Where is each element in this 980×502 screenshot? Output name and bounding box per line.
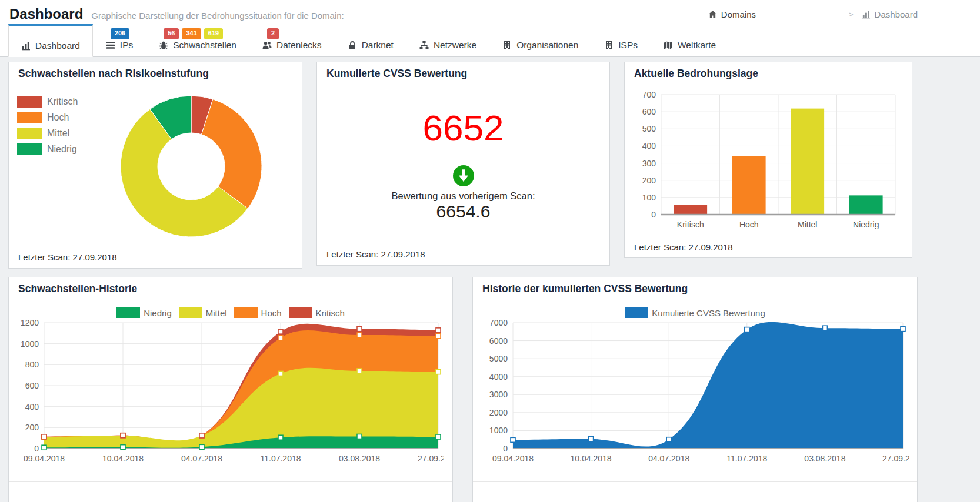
card-cvss-footer: Letzter Scan: 27.09.2018 <box>317 243 609 265</box>
legend-swatch <box>116 307 140 318</box>
svg-text:600: 600 <box>25 381 39 390</box>
svg-text:300: 300 <box>642 159 656 168</box>
building-icon <box>502 41 512 50</box>
badge-schwachstellen-341: 341 <box>182 28 201 39</box>
bar-chart-icon <box>862 10 871 19</box>
svg-text:0: 0 <box>651 210 656 219</box>
cvss-history-chart[interactable]: 0100020003000400050006000700009.04.20181… <box>481 318 909 472</box>
svg-text:09.04.2018: 09.04.2018 <box>24 454 65 463</box>
legend-item-hoch[interactable]: Hoch <box>17 112 105 123</box>
legend-label: Kritisch <box>47 96 78 107</box>
svg-text:600: 600 <box>642 107 656 116</box>
svg-text:200: 200 <box>25 423 39 432</box>
tab-weltkarte[interactable]: Weltkarte <box>651 24 729 56</box>
map-icon <box>664 41 673 50</box>
breadcrumb-domains[interactable]: Domains <box>708 9 756 19</box>
tab-ips[interactable]: 206IPs <box>93 24 146 56</box>
svg-text:500: 500 <box>642 124 656 133</box>
svg-text:5000: 5000 <box>489 354 508 363</box>
legend-item-niedrig[interactable]: Niedrig <box>17 143 105 155</box>
tab-datenlecks[interactable]: 2Datenlecks <box>249 24 335 56</box>
svg-text:400: 400 <box>25 402 39 411</box>
svg-text:Kritisch: Kritisch <box>677 220 704 229</box>
card-vuln-history-title: Schwachstellen-Historie <box>18 283 137 294</box>
breadcrumb-dashboard[interactable]: Dashboard <box>862 9 918 19</box>
cvss-history-legend: Kumulierte CVSS Bewertung <box>481 307 909 318</box>
vuln-history-chart[interactable]: 02004006008001000120009.04.201810.04.201… <box>17 318 444 472</box>
tab-weltkarte-label: Weltkarte <box>664 40 716 51</box>
legend-item-kumulierte-cvss-bewertung[interactable]: Kumulierte CVSS Bewertung <box>625 307 765 318</box>
card-cvss-history: Historie der kumulierten CVSS Bewertung … <box>472 277 918 502</box>
card-cvss-header: Kumulierte CVSS Bewertung <box>317 62 609 85</box>
legend-item-kritisch[interactable]: Kritisch <box>17 96 105 108</box>
card-threat-header: Aktuelle Bedrohungslage <box>625 62 912 85</box>
card-cvss-history-body: Kumulierte CVSS Bewertung 01000200030004… <box>473 300 917 481</box>
tab-datenlecks-text: Datenlecks <box>276 40 322 51</box>
card-cvss-history-footer <box>473 481 917 502</box>
badge-datenlecks-2: 2 <box>267 28 279 39</box>
list-icon <box>106 41 115 50</box>
svg-text:1000: 1000 <box>489 426 508 435</box>
tab-netzwerke-label: Netzwerke <box>419 40 476 51</box>
dashboard-content: Schwachstellen nach Risikoeinstufung Kri… <box>0 57 980 502</box>
svg-text:0: 0 <box>34 444 39 453</box>
bar-chart-icon <box>21 41 31 51</box>
svg-text:11.07.2018: 11.07.2018 <box>726 454 767 463</box>
risk-donut-chart[interactable] <box>105 91 274 246</box>
current-threat-chart[interactable]: 0100200300400500600700KritischHochMittel… <box>633 88 904 236</box>
card-cvss-body: 6652 Bewertung aus vorherigem Scan: 6654… <box>317 85 609 243</box>
legend-item-niedrig[interactable]: Niedrig <box>116 307 172 318</box>
legend-label: Kritisch <box>316 308 345 318</box>
tab-schwachstellen-text: Schwachstellen <box>173 40 236 51</box>
legend-label: Niedrig <box>144 308 172 318</box>
tab-isps[interactable]: ISPs <box>591 24 651 56</box>
tab-darknet[interactable]: Darknet <box>335 24 406 56</box>
svg-text:0: 0 <box>503 444 508 453</box>
legend-item-hoch[interactable]: Hoch <box>234 307 282 318</box>
tab-schwachstellen-label: Schwachstellen <box>159 40 236 51</box>
legend-swatch <box>289 307 312 318</box>
card-vuln-history: Schwachstellen-Historie NiedrigMittelHoc… <box>8 277 453 502</box>
card-risk-header: Schwachstellen nach Risikoeinstufung <box>9 62 302 85</box>
svg-text:3000: 3000 <box>489 390 508 399</box>
svg-text:Hoch: Hoch <box>739 220 759 229</box>
svg-text:200: 200 <box>642 176 656 185</box>
legend-item-mittel[interactable]: Mittel <box>179 307 227 318</box>
vuln-history-legend: NiedrigMittelHochKritisch <box>17 307 444 318</box>
tab-schwachstellen[interactable]: 56341619Schwachstellen <box>146 24 249 56</box>
legend-item-mittel[interactable]: Mittel <box>17 128 105 139</box>
bottom-cards-row: Schwachstellen-Historie NiedrigMittelHoc… <box>8 277 980 502</box>
card-risk-body: KritischHochMittelNiedrig <box>9 85 302 246</box>
svg-text:700: 700 <box>642 90 656 99</box>
tab-weltkarte-text: Weltkarte <box>678 40 716 51</box>
tab-isps-label: ISPs <box>604 40 638 51</box>
svg-text:Niedrig: Niedrig <box>853 220 879 229</box>
card-risk-donut: Schwachstellen nach Risikoeinstufung Kri… <box>8 62 302 269</box>
tab-darknet-text: Darknet <box>362 40 394 51</box>
legend-item-kritisch[interactable]: Kritisch <box>289 307 345 318</box>
lock-icon <box>348 41 357 50</box>
tab-ips-badges: 206 <box>111 28 129 39</box>
legend-label: Kumulierte CVSS Bewertung <box>652 308 765 318</box>
card-vuln-history-footer <box>9 481 452 502</box>
card-cvss: Kumulierte CVSS Bewertung 6652 Bewertung… <box>316 62 610 266</box>
card-cvss-title: Kumulierte CVSS Bewertung <box>326 68 467 79</box>
tab-netzwerke[interactable]: Netzwerke <box>406 24 489 56</box>
home-icon <box>708 10 717 19</box>
tab-netzwerke-text: Netzwerke <box>434 40 476 51</box>
card-threat-title: Aktuelle Bedrohungslage <box>634 68 758 79</box>
tab-organisationen[interactable]: Organisationen <box>489 24 591 56</box>
tab-isps-text: ISPs <box>618 40 638 51</box>
breadcrumb-domains-label: Domains <box>721 9 756 19</box>
tab-dashboard-text: Dashboard <box>35 41 80 51</box>
svg-text:Mittel: Mittel <box>798 220 817 229</box>
svg-text:10.04.2018: 10.04.2018 <box>102 454 144 463</box>
card-cvss-history-header: Historie der kumulierten CVSS Bewertung <box>473 277 917 300</box>
legend-swatch <box>17 96 42 108</box>
tab-datenlecks-badges: 2 <box>267 28 279 39</box>
breadcrumb-dashboard-label: Dashboard <box>875 9 918 19</box>
top-bar: Dashboard Graphische Darstellung der Bed… <box>0 0 980 24</box>
tab-dashboard[interactable]: Dashboard <box>8 24 93 57</box>
card-threat-footer: Letzter Scan: 27.09.2018 <box>625 236 912 258</box>
card-vuln-history-header: Schwachstellen-Historie <box>9 277 452 300</box>
